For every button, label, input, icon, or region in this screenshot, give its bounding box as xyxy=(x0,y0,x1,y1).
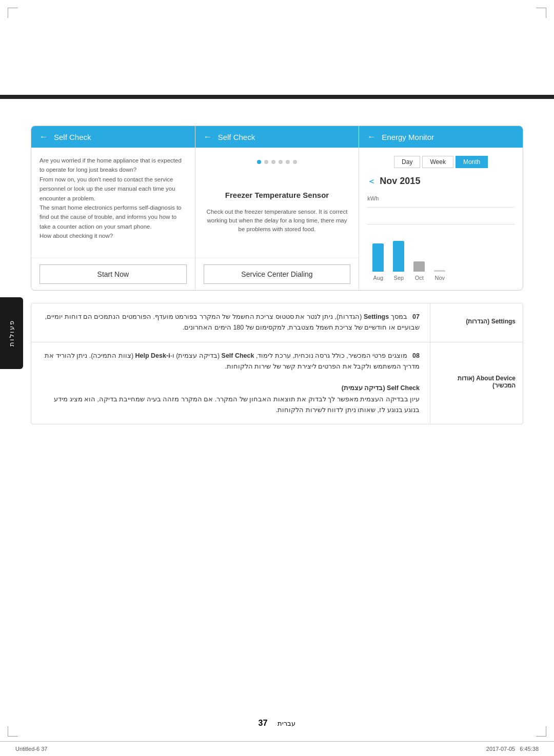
panel3-header: ← Energy Monitor xyxy=(359,126,523,148)
back-arrow-icon[interactable]: ← xyxy=(39,132,48,141)
screenshots-panel: ← Self Check Are you worried if the home… xyxy=(31,126,523,291)
bar-nov xyxy=(434,270,445,272)
current-month: Nov 2015 xyxy=(380,174,420,188)
page-number-area: 37 עברית xyxy=(259,719,296,728)
bar-oct-rect xyxy=(413,261,425,272)
instruction-08-number: 08 xyxy=(412,352,420,359)
dot-1 xyxy=(257,160,261,164)
screen-panel-3: ← Energy Monitor Day Week Month ＜ Nov 20… xyxy=(359,126,523,290)
page-footer: Untitled-6 37 2017-07-05 6:45:38 xyxy=(0,746,554,752)
sensor-desc: Check out the freezer temperature sensor… xyxy=(204,208,351,234)
corner-decoration xyxy=(8,726,18,737)
sidebar-08-about: About Device (אודות המכשיר) xyxy=(438,375,516,389)
bar-oct xyxy=(413,261,425,272)
bar-sep xyxy=(393,241,404,272)
corner-decoration xyxy=(536,726,546,737)
start-now-button[interactable]: Start Now xyxy=(39,264,187,284)
dot-3 xyxy=(271,160,275,164)
chart-labels: Aug Sep Oct Nov xyxy=(367,274,515,282)
prev-month-arrow[interactable]: ＜ xyxy=(367,175,375,188)
screen-panel-2: ← Self Check Freezer Temperature Sensor xyxy=(195,126,360,290)
page-language: עברית xyxy=(278,720,295,727)
sensor-title: Freezer Temperature Sensor xyxy=(225,190,329,201)
panel2-title: Self Check xyxy=(218,133,255,141)
instructions-section: 07 במסך Settings (הגדרות), ניתן לנטר את … xyxy=(31,303,523,424)
month-navigation: ＜ Nov 2015 xyxy=(367,174,515,188)
instruction-07-sidebar: Settings (הגדרות) xyxy=(430,303,523,342)
label-oct: Oct xyxy=(413,274,425,282)
energy-tabs: Day Week Month xyxy=(367,156,515,168)
panel1-footer: Start Now xyxy=(31,258,195,290)
main-content: ← Self Check Are you worried if the home… xyxy=(31,105,523,725)
filename-label: Untitled-6 37 xyxy=(15,746,47,752)
side-tab[interactable]: פעולות xyxy=(0,297,23,369)
chart-area: Aug Sep Oct Nov xyxy=(367,227,515,282)
back-arrow-icon-3[interactable]: ← xyxy=(367,132,375,141)
page: פעולות ← Self Check Are you worried if t… xyxy=(0,0,554,756)
progress-dots xyxy=(204,160,351,164)
panel1-header: ← Self Check xyxy=(31,126,195,148)
datetime-label: 2017-07-05 6:45:38 xyxy=(486,746,539,752)
sidebar-07-title: Settings (הגדרות) xyxy=(438,318,516,325)
page-number: 37 xyxy=(259,719,268,728)
bar-aug xyxy=(372,243,384,272)
bar-nov-rect xyxy=(434,270,445,272)
dot-6 xyxy=(293,160,297,164)
dot-2 xyxy=(264,160,268,164)
bar-sep-rect xyxy=(393,241,404,272)
panel2-body: Freezer Temperature Sensor Check out the… xyxy=(195,148,359,258)
corner-decoration xyxy=(8,8,18,18)
label-aug: Aug xyxy=(372,274,384,282)
corner-decoration xyxy=(536,8,546,18)
tab-week[interactable]: Week xyxy=(422,156,453,168)
dot-5 xyxy=(286,160,290,164)
panel3-body: Day Week Month ＜ Nov 2015 kWh xyxy=(359,148,523,290)
chart-bars xyxy=(367,231,515,272)
instruction-07-text: 07 במסך Settings (הגדרות), ניתן לנטר את … xyxy=(31,303,430,342)
screen-panel-1: ← Self Check Are you worried if the home… xyxy=(31,126,195,290)
tab-day[interactable]: Day xyxy=(394,156,420,168)
bar-aug-rect xyxy=(372,243,384,272)
tab-month[interactable]: Month xyxy=(456,156,488,168)
back-arrow-icon-2[interactable]: ← xyxy=(204,132,212,141)
kwh-label: kWh xyxy=(367,194,515,203)
panel1-title: Self Check xyxy=(54,133,91,141)
top-bar xyxy=(0,95,554,99)
instruction-08-text: 08 מוצגים פרטי המכשיר, כולל גרסה נוכחית,… xyxy=(31,342,430,424)
panel2-header: ← Self Check xyxy=(195,126,359,148)
label-nov: Nov xyxy=(434,274,445,282)
instruction-07-number: 07 xyxy=(412,313,420,320)
instruction-row-08: 08 מוצגים פרטי המכשיר, כולל גרסה נוכחית,… xyxy=(31,342,523,424)
dot-4 xyxy=(279,160,283,164)
side-tab-label: פעולות xyxy=(8,320,15,346)
panel1-text: Are you worried if the home appliance th… xyxy=(39,156,187,241)
instruction-08-sidebar: About Device (אודות המכשיר) xyxy=(430,342,523,424)
label-sep: Sep xyxy=(393,274,404,282)
service-center-dialing-button[interactable]: Service Center Dialing xyxy=(204,264,351,284)
page-bottom-bar xyxy=(0,741,554,742)
panel1-body: Are you worried if the home appliance th… xyxy=(31,148,195,258)
panel2-footer: Service Center Dialing xyxy=(195,258,359,290)
instruction-row-07: 07 במסך Settings (הגדרות), ניתן לנטר את … xyxy=(31,303,523,342)
panel3-title: Energy Monitor xyxy=(382,133,434,141)
